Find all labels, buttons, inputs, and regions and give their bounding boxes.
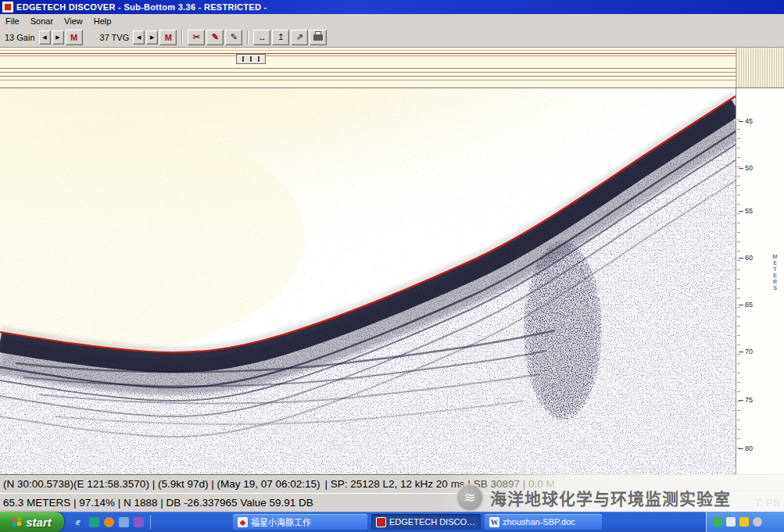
trace-line: [0, 80, 736, 80]
tray-icon[interactable]: [753, 517, 762, 527]
toolbar-separator: [181, 30, 183, 45]
sonar-echogram: [0, 88, 736, 475]
media-player-icon[interactable]: [104, 517, 114, 527]
pen-red-icon: ✎: [212, 32, 219, 42]
cut-button[interactable]: ✂: [188, 30, 205, 45]
tray-icon[interactable]: [726, 517, 736, 527]
windows-flag-icon: [13, 516, 22, 527]
zoom-button[interactable]: ⇗: [291, 30, 308, 45]
menu-help[interactable]: Help: [88, 16, 117, 27]
annotate-black-button[interactable]: ✎: [225, 30, 242, 45]
app-window: EDGETECH DISCOVER - Sub-Bottom 3.36 - RE…: [0, 0, 784, 532]
tail-shade: [525, 243, 600, 418]
horizontal-scale-button[interactable]: ↔: [253, 30, 270, 45]
task-button-chat[interactable]: ◆ 福星小海豚工作: [233, 514, 367, 530]
horizontal-arrows-icon: ↔: [258, 33, 267, 42]
trace-line: [0, 55, 736, 56]
pen-black-icon: ✎: [231, 32, 238, 42]
cut-icon: ✂: [193, 32, 200, 42]
trace-line: [0, 76, 736, 77]
signal-trace-strip: [0, 48, 784, 88]
tvg-mode-button[interactable]: M: [159, 30, 177, 45]
system-tray: [706, 512, 784, 532]
tvg-increase-button[interactable]: ▶: [146, 30, 158, 45]
printer-icon: [313, 34, 323, 41]
depth-tick-70: 70: [739, 348, 753, 355]
gain-decrease-button[interactable]: ◀: [39, 30, 51, 45]
start-button-label: start: [26, 516, 52, 529]
gain-mode-icon: M: [70, 33, 77, 42]
vertical-scale-button[interactable]: ↥: [272, 30, 289, 45]
trace-line: [0, 72, 736, 73]
internet-explorer-icon[interactable]: e: [72, 516, 84, 528]
window-title: EDGETECH DISCOVER - Sub-Bottom 3.36 - RE…: [16, 2, 267, 12]
sonar-main-area: 45 50 55 60 65 70 75 80 METERS: [0, 87, 784, 474]
gain-label: 13 Gain: [5, 33, 35, 42]
depth-unit-label: METERS: [772, 254, 778, 291]
print-button[interactable]: [310, 30, 327, 45]
trace-line: [0, 50, 736, 51]
depth-scale: 45 50 55 60 65 70 75 80 METERS: [736, 88, 784, 475]
menu-view[interactable]: View: [59, 16, 88, 27]
up-arrow-icon: ↥: [277, 32, 285, 42]
toolbar-separator: [247, 30, 249, 45]
annotate-red-button[interactable]: ✎: [206, 30, 224, 45]
word-document-icon: W: [489, 517, 499, 527]
marker-bar: [258, 56, 260, 62]
status-ping-settings: | SP: 25128 L2, 12 kHz 20 ms | SB 30897 …: [325, 478, 555, 490]
trace-line: [0, 53, 736, 54]
depth-tick-80: 80: [739, 445, 753, 452]
show-desktop-icon[interactable]: [89, 517, 99, 527]
status-right-fragment: T: PB: [755, 497, 780, 509]
depth-tick-60: 60: [739, 254, 753, 262]
tvg-decrease-button[interactable]: ◀: [133, 30, 145, 45]
gain-mode-button[interactable]: M: [66, 30, 83, 45]
diagonal-arrow-icon: ⇗: [296, 32, 303, 42]
trace-marker-widget[interactable]: [236, 54, 266, 64]
trace-strip-scale-area: [736, 48, 784, 87]
status-position-speed-time: (N 30:00.5738)(E 121:58.3570) | (5.9kt 9…: [3, 478, 320, 490]
status-bar-navigation: (N 30:00.5738)(E 121:58.3570) | (5.9kt 9…: [0, 474, 784, 493]
menubar: File Sonar View Help: [0, 14, 784, 28]
depth-tick-50: 50: [739, 164, 753, 172]
taskbar-tasks: ◆ 福星小海豚工作 EDGETECH DISCOVE... W zhoushan…: [233, 514, 602, 530]
start-button[interactable]: start: [0, 512, 64, 532]
toolbar: 13 Gain ◀ ▶ M 37 TVG ◀ ▶ M ✂ ✎ ✎ ↔ ↥ ⇗: [0, 27, 784, 48]
task-label: 福星小海豚工作: [251, 516, 311, 528]
depth-tick-45: 45: [739, 117, 753, 125]
tray-icon[interactable]: [739, 517, 749, 527]
menu-file[interactable]: File: [0, 16, 25, 27]
tvg-label: 37 TVG: [100, 33, 130, 42]
marker-bar: [250, 56, 252, 62]
status-depth-signal-values: 65.3 METERS | 97.14% | N 1888 | DB -26.3…: [3, 497, 313, 509]
depth-tick-65: 65: [739, 301, 753, 309]
task-label: EDGETECH DISCOVE...: [389, 517, 476, 527]
marker-bar: [242, 56, 244, 62]
quick-launch-bar: e: [72, 514, 152, 530]
app-icon: [2, 2, 13, 12]
status-bar-measurements: 65.3 METERS | 97.14% | N 1888 | DB -26.3…: [0, 493, 784, 512]
quick-launch-app-icon[interactable]: [134, 517, 144, 527]
taskbar: start e ◆ 福星小海豚工作 EDGETECH DISCOVE... W …: [0, 512, 784, 532]
quick-launch-divider: [150, 515, 151, 529]
tvg-mode-icon: M: [165, 33, 172, 42]
edgetech-app-icon: [376, 517, 386, 527]
task-button-word-document[interactable]: W zhoushan-SBP.doc: [485, 514, 602, 530]
menu-sonar[interactable]: Sonar: [25, 16, 59, 27]
task-label: zhoushan-SBP.doc: [503, 517, 575, 527]
gain-increase-button[interactable]: ▶: [52, 30, 64, 45]
trace-line: [0, 68, 736, 69]
depth-tick-75: 75: [739, 396, 753, 404]
titlebar[interactable]: EDGETECH DISCOVER - Sub-Bottom 3.36 - RE…: [0, 0, 784, 14]
tray-icon[interactable]: [713, 517, 722, 527]
quick-launch-app-icon[interactable]: [119, 517, 129, 527]
task-button-edgetech-discover[interactable]: EDGETECH DISCOVE...: [371, 514, 481, 530]
chat-app-icon: ◆: [238, 517, 248, 527]
depth-tick-55: 55: [739, 207, 753, 215]
sonar-display[interactable]: [0, 88, 736, 475]
